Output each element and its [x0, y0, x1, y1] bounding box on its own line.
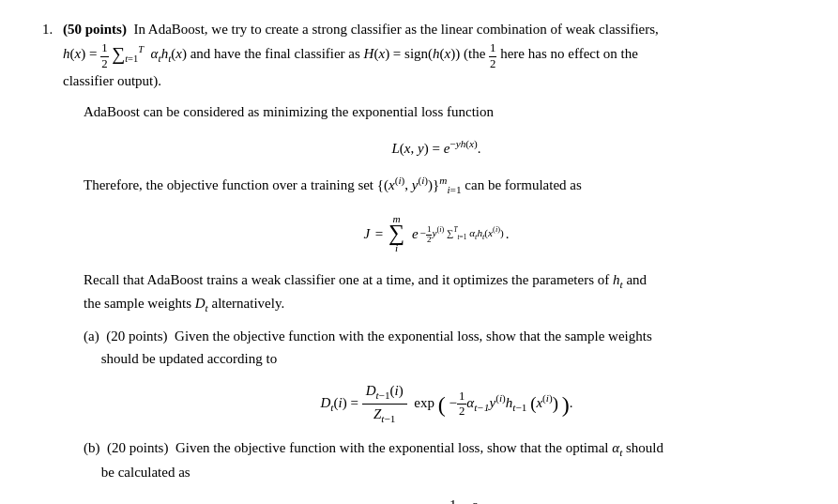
sub-a-points: (20 points) — [106, 328, 167, 344]
equation-h: h(x) = 12 ∑t=1T αtht(x) and have the fin… — [63, 46, 638, 61]
classifier-output-text: classifier output). — [63, 73, 161, 88]
therefore-paragraph: Therefore, the objective function over a… — [84, 173, 810, 198]
problem-header: 1. (50 points) In AdaBoost, we try to cr… — [42, 19, 810, 504]
recall-paragraph: Recall that AdaBoost trains a weak class… — [84, 269, 810, 317]
sub-a-label: (a) — [84, 328, 99, 344]
loss-formula: L(x, y) = e−yh(x). — [63, 136, 810, 160]
sub-problem-b: (b) (20 points) Given the objective func… — [84, 437, 810, 504]
sub-b-label: (b) — [84, 440, 100, 455]
problem-number: 1. — [42, 19, 63, 40]
sub-problem-b-header: (b) (20 points) Given the objective func… — [84, 437, 810, 483]
sub-problem-a: (a) (20 points) Given the objective func… — [84, 326, 810, 426]
j-formula-line: J = m ∑ i e−12y(i) ∑Tt=1 αtht(x(i)). — [63, 211, 810, 255]
sub-problem-a-header: (a) (20 points) Given the objective func… — [84, 326, 810, 370]
sub-a-formula-text: Dt(i) = Dt−1(i) Zt−1 exp ( −12αt−1y(i)ht… — [321, 395, 573, 410]
problem-container: 1. (50 points) In AdaBoost, we try to cr… — [42, 19, 810, 504]
sub-b-formula: αt = ln ( 1 − εt εt ). — [84, 495, 810, 504]
intro-paragraph: (50 points) In AdaBoost, we try to creat… — [63, 19, 810, 92]
points-label: (50 points) — [63, 22, 127, 37]
sub-b-points: (20 points) — [107, 440, 168, 455]
sub-a-formula: Dt(i) = Dt−1(i) Zt−1 exp ( −12αt−1y(i)ht… — [84, 381, 810, 427]
j-formula: J = m ∑ i e−12y(i) ∑Tt=1 αtht(x(i)). — [63, 211, 810, 255]
loss-formula-text: L(x, y) = e−yh(x). — [391, 136, 480, 160]
adaboost-paragraph: AdaBoost can be considered as minimizing… — [84, 101, 810, 123]
problem-text: (50 points) In AdaBoost, we try to creat… — [63, 19, 810, 504]
